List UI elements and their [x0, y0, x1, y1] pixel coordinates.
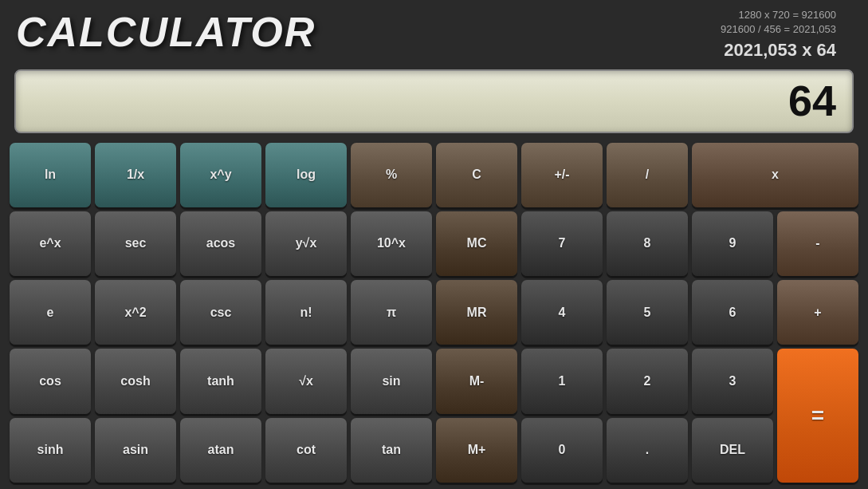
btn-cosh[interactable]: cosh: [95, 349, 176, 413]
btn-xy[interactable]: x^y: [180, 143, 261, 207]
btn-0[interactable]: 0: [521, 418, 603, 483]
btn-5[interactable]: 5: [607, 280, 688, 345]
btn-1[interactable]: 1: [521, 349, 603, 413]
app-title: CALCULATOR: [16, 8, 316, 56]
calculator-display: 64: [14, 69, 854, 132]
btn-tanh[interactable]: tanh: [180, 349, 261, 413]
btn-10x[interactable]: 10^x: [351, 211, 432, 276]
btn-7[interactable]: 7: [521, 211, 603, 276]
btn-cot[interactable]: cot: [265, 418, 347, 483]
btn-1x[interactable]: 1/x: [95, 143, 176, 207]
btn-9[interactable]: 9: [692, 211, 773, 276]
btn-e[interactable]: e: [10, 280, 91, 345]
btn-log[interactable]: log: [265, 143, 347, 207]
btn-del[interactable]: DEL: [692, 418, 773, 483]
btn-x2[interactable]: x^2: [95, 280, 176, 345]
btn-multiply[interactable]: x: [692, 143, 858, 207]
btn-plusminus[interactable]: +/-: [521, 143, 603, 207]
btn-ysqrtx[interactable]: y√x: [265, 211, 347, 276]
btn-sin[interactable]: sin: [351, 349, 432, 413]
history-line-2: 921600 / 456 = 2021,053: [721, 22, 836, 37]
btn-mminus[interactable]: M-: [436, 349, 517, 413]
btn-sinh[interactable]: sinh: [10, 418, 91, 483]
history-line-1: 1280 x 720 = 921600: [721, 8, 836, 22]
btn-pi[interactable]: π: [351, 280, 432, 345]
btn-atan[interactable]: atan: [180, 418, 261, 483]
btn-clear[interactable]: C: [436, 143, 517, 207]
btn-acos[interactable]: acos: [180, 211, 261, 276]
btn-mplus[interactable]: M+: [436, 418, 517, 483]
btn-mc[interactable]: MC: [436, 211, 517, 276]
btn-8[interactable]: 8: [607, 211, 688, 276]
btn-dot[interactable]: .: [607, 418, 688, 483]
btn-6[interactable]: 6: [692, 280, 773, 345]
btn-asin[interactable]: asin: [95, 418, 176, 483]
btn-cos[interactable]: cos: [10, 349, 91, 413]
btn-4[interactable]: 4: [521, 280, 603, 345]
btn-ex[interactable]: e^x: [10, 211, 91, 276]
btn-factorial[interactable]: n!: [265, 280, 347, 345]
btn-3[interactable]: 3: [692, 349, 773, 413]
display-value: 64: [788, 77, 836, 124]
btn-divide[interactable]: /: [607, 143, 688, 207]
btn-minus[interactable]: -: [777, 211, 858, 276]
btn-mr[interactable]: MR: [436, 280, 517, 345]
btn-tan[interactable]: tan: [351, 418, 432, 483]
btn-csc[interactable]: csc: [180, 280, 261, 345]
btn-sqrt[interactable]: √x: [265, 349, 347, 413]
btn-ln[interactable]: ln: [10, 143, 91, 207]
btn-percent[interactable]: %: [351, 143, 432, 207]
btn-plus[interactable]: +: [777, 280, 858, 345]
btn-equals[interactable]: =: [777, 349, 858, 483]
button-grid: ln 1/x x^y log % C +/- / x e^x sec acos …: [0, 140, 868, 489]
btn-2[interactable]: 2: [607, 349, 688, 413]
history-current: 2021,053 x 64: [721, 38, 836, 63]
btn-sec[interactable]: sec: [95, 211, 176, 276]
